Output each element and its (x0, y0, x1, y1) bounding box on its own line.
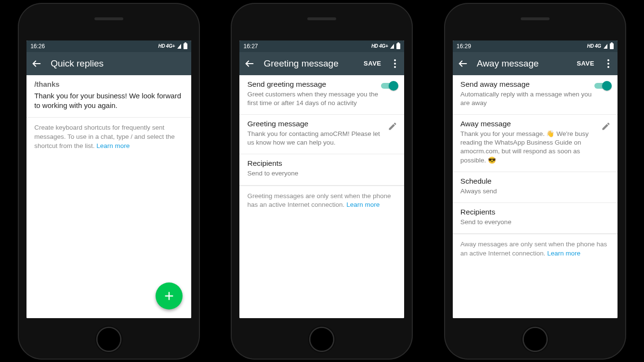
network-indicator: HD 4G (587, 43, 601, 49)
edit-greeting-button[interactable] (388, 121, 397, 133)
send-away-toggle-row[interactable]: Send away message Automatically reply wi… (453, 75, 618, 115)
battery-icon (396, 43, 400, 49)
hint-text: Away messages are only sent when the pho… (453, 234, 618, 264)
arrow-left-icon (458, 58, 468, 69)
pencil-icon (388, 121, 397, 131)
status-time: 16:29 (457, 43, 471, 50)
recipients-row[interactable]: Recipients Send to everyone (239, 154, 404, 185)
away-message-row[interactable]: Away message Thank you for your message.… (453, 115, 618, 172)
quick-reply-item[interactable]: /thanks Thank you for your business! We … (26, 75, 191, 118)
row-title: Recipients (460, 208, 610, 216)
quick-reply-shortcut: /thanks (34, 80, 184, 88)
phone-speaker (94, 17, 123, 20)
hint-text: Create keyboard shortcuts for frequently… (26, 118, 191, 157)
more-menu-button[interactable] (604, 56, 613, 71)
battery-icon (610, 43, 614, 49)
status-time: 16:26 (30, 43, 45, 50)
screen: 16:26 HD 4G+ Quick replies /thanks Thank… (26, 40, 191, 318)
row-subtitle: Send to everyone (460, 218, 610, 227)
recipients-row[interactable]: Recipients Send to everyone (453, 203, 618, 234)
back-button[interactable] (458, 58, 468, 69)
home-button[interactable] (522, 326, 549, 353)
status-right: HD 4G+ (158, 43, 188, 49)
phone-speaker (307, 17, 336, 20)
hint-text: Greeting messages are only sent when the… (239, 186, 404, 216)
signal-icon (390, 44, 394, 49)
learn-more-link[interactable]: Learn more (346, 201, 380, 208)
more-menu-button[interactable] (391, 56, 399, 71)
toggle-thumb (389, 81, 398, 91)
status-right: HD 4G (587, 43, 614, 49)
signal-icon (604, 44, 607, 49)
row-title: Away message (460, 120, 610, 128)
row-title: Greeting message (247, 120, 396, 128)
greeting-message-row[interactable]: Greeting message Thank you for contactin… (239, 115, 404, 154)
send-greeting-toggle-row[interactable]: Send greeting message Greet customers wh… (239, 75, 404, 115)
save-button[interactable]: SAVE (363, 57, 382, 70)
home-button[interactable] (308, 326, 335, 353)
app-bar: Greeting message SAVE (239, 52, 404, 75)
page-title: Quick replies (51, 58, 186, 69)
content: Send away message Automatically reply wi… (453, 75, 618, 318)
phone-away-message: 16:29 HD 4G Away message SAVE Send away … (444, 3, 626, 360)
quick-reply-message: Thank you for your business! We look for… (34, 91, 184, 111)
schedule-row[interactable]: Schedule Always send (453, 172, 618, 203)
phone-greeting-message: 16:27 HD 4G+ Greeting message SAVE Send … (231, 3, 413, 360)
hint-body: Away messages are only sent when the pho… (460, 241, 607, 257)
away-toggle[interactable] (594, 81, 611, 91)
content: /thanks Thank you for your business! We … (26, 75, 191, 318)
row-title: Recipients (247, 159, 396, 168)
content: Send greeting message Greet customers wh… (239, 75, 404, 318)
home-button[interactable] (95, 326, 122, 353)
back-button[interactable] (244, 58, 255, 69)
row-subtitle: Thank you for your message. 👋 We're busy… (460, 130, 610, 165)
greeting-toggle[interactable] (381, 81, 397, 91)
row-title: Send away message (460, 80, 610, 89)
battery-icon (184, 43, 187, 49)
screen: 16:27 HD 4G+ Greeting message SAVE Send … (239, 40, 404, 318)
row-title: Send greeting message (247, 80, 396, 89)
row-subtitle: Automatically reply with a message when … (460, 90, 610, 107)
status-time: 16:27 (243, 43, 258, 50)
phone-quick-replies: 16:26 HD 4G+ Quick replies /thanks Thank… (18, 3, 200, 360)
status-right: HD 4G+ (371, 43, 401, 49)
pencil-icon (601, 121, 611, 131)
network-indicator: HD 4G+ (371, 43, 388, 49)
arrow-left-icon (244, 58, 255, 69)
row-subtitle: Always send (460, 187, 610, 196)
status-bar: 16:29 HD 4G (453, 40, 618, 52)
row-subtitle: Thank you for contacting amoCRM! Please … (247, 130, 396, 147)
row-title: Schedule (460, 177, 610, 186)
row-subtitle: Greet customers when they message you th… (247, 90, 396, 107)
status-bar: 16:27 HD 4G+ (239, 40, 404, 52)
add-quick-reply-button[interactable] (156, 282, 183, 309)
page-title: Away message (477, 58, 567, 69)
save-button[interactable]: SAVE (576, 57, 595, 70)
status-bar: 16:26 HD 4G+ (26, 40, 191, 52)
toggle-thumb (602, 81, 612, 91)
row-subtitle: Send to everyone (247, 169, 396, 178)
back-button[interactable] (31, 58, 42, 69)
learn-more-link[interactable]: Learn more (547, 250, 580, 257)
signal-icon (177, 44, 181, 49)
arrow-left-icon (31, 58, 42, 69)
phone-speaker (521, 17, 550, 20)
network-indicator: HD 4G+ (158, 43, 175, 49)
app-bar: Away message SAVE (453, 52, 618, 75)
page-title: Greeting message (263, 58, 354, 69)
learn-more-link[interactable]: Learn more (96, 142, 130, 149)
edit-away-button[interactable] (601, 121, 611, 133)
plus-icon (164, 291, 174, 301)
screen: 16:29 HD 4G Away message SAVE Send away … (453, 40, 618, 318)
app-bar: Quick replies (26, 52, 191, 75)
